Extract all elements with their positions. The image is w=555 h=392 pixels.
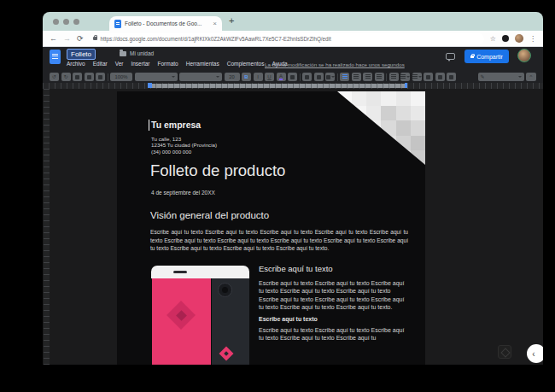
maximize-window-button[interactable] [73,19,79,25]
align-center-icon[interactable] [352,73,361,81]
mosaic-cell [396,150,411,165]
menu-formato[interactable]: Formato [157,61,178,67]
reload-icon[interactable]: ⟳ [77,35,84,43]
address-line: (34) 000 000 000 [151,149,217,155]
browser-menu-icon[interactable]: ⋮ [529,35,536,43]
mosaic-cell [366,150,381,165]
ruler-active-band [149,84,407,88]
collapse-toolbar-icon[interactable]: ^ [526,73,536,81]
feature-column: Escribe aquí tu texto Escribe aquí tu te… [259,264,409,342]
justify-icon[interactable] [375,73,384,81]
italic-button[interactable]: I [254,73,263,81]
clear-formatting-icon[interactable] [447,73,456,81]
mosaic-cell [411,91,425,106]
formatting-toolbar: ↺ ↻ 100% 20 B I U A ✎ ^ [43,71,543,83]
account-avatar[interactable] [517,49,531,62]
highlight-color-icon[interactable] [288,73,297,81]
bulleted-list-icon[interactable] [412,73,422,81]
move-to-folder[interactable]: Mi unidad [120,50,154,56]
mosaic-cell [396,120,411,135]
close-window-button[interactable] [53,19,59,25]
redo-icon[interactable]: ↻ [61,73,71,81]
forward-icon[interactable]: → [63,35,71,43]
spell-check-icon[interactable] [96,73,105,81]
mosaic-cell [337,150,352,165]
extension-icon[interactable] [502,35,509,42]
back-icon[interactable]: ← [50,35,57,43]
folder-label: Mi unidad [130,50,154,56]
tab-folleto[interactable]: Folleto - Documentos de Goo... × [109,16,222,31]
text-color-button[interactable]: A [277,73,286,81]
document-page[interactable]: Tu empresa Tu calle, 123 12345 Tu ciudad… [117,91,425,365]
font-size-select[interactable]: 20 [225,73,240,81]
mosaic-cell [366,136,381,150]
toolbar-separator [386,73,387,81]
share-button[interactable]: Compartir [464,50,509,63]
company-name-heading: Tu empresa [151,120,201,130]
docs-header: Folleto Mi unidad Archivo Editar Ver Ins… [43,47,543,71]
minimize-window-button[interactable] [63,19,69,25]
address-bar[interactable]: https://docs.google.com/document/d/1ajRK… [90,33,484,44]
font-select[interactable] [179,73,222,81]
last-edit-status-link[interactable]: La última modificación se ha realizado h… [265,61,405,67]
bold-button[interactable]: B [242,73,251,81]
menu-complementos[interactable]: Complementos [227,61,265,67]
tab-title: Folleto - Documentos de Goo... [125,20,209,26]
explore-button[interactable] [498,345,511,359]
mosaic-cell [381,136,395,150]
product-phones-image[interactable] [151,266,249,365]
page-url: https://docs.google.com/document/d/1ajRK… [101,36,331,42]
browser-profile-avatar[interactable] [515,34,523,43]
align-right-icon[interactable] [363,73,372,81]
left-indent-marker[interactable] [148,83,152,88]
comment-history-icon[interactable] [446,53,455,60]
back-phone-body [212,278,250,365]
feature-heading: Escribe aquí tu texto [259,264,409,273]
menu-herramientas[interactable]: Herramientas [186,61,219,67]
menu-bar: Archivo Editar Ver Insertar Formato Herr… [67,61,288,67]
mosaic-cell [352,120,366,135]
print-icon[interactable] [73,73,82,81]
new-tab-button[interactable]: + [229,15,234,26]
editing-mode-select[interactable]: ✎ [478,73,524,81]
paint-format-icon[interactable] [85,73,94,81]
horizontal-ruler[interactable] [43,83,543,89]
mosaic-cell [411,106,425,120]
line-spacing-icon[interactable] [389,73,399,81]
feature-paragraph-2: Escribe aquí tu texto Escribe aquí tu te… [259,326,409,342]
numbered-list-icon[interactable] [400,73,410,81]
brochure-date: 4 de septiembre del 20XX [151,190,215,196]
underline-button[interactable]: U [265,73,274,81]
mosaic-cell [381,106,395,120]
insert-link-icon[interactable] [302,73,312,81]
mosaic-cell [352,91,366,106]
mosaic-cell [352,106,366,120]
increase-indent-icon[interactable] [435,73,445,81]
decrease-indent-icon[interactable] [424,73,433,81]
styles-select[interactable] [135,73,178,81]
tab-strip: Folleto - Documentos de Goo... × + [43,12,543,31]
insert-comment-icon[interactable] [314,73,324,81]
secure-lock-icon [93,37,97,40]
menu-insertar[interactable]: Insertar [131,61,149,67]
vertical-ruler[interactable] [44,89,50,365]
align-left-icon[interactable] [340,73,349,81]
mosaic-cell [381,150,395,165]
docs-logo-icon[interactable] [50,50,61,64]
insert-image-icon[interactable] [325,73,335,81]
mosaic-cell [411,150,425,165]
menu-editar[interactable]: Editar [93,61,108,67]
browser-toolbar: ← → ⟳ https://docs.google.com/document/d… [43,31,543,47]
menu-archivo[interactable]: Archivo [67,61,85,67]
collapse-panel-button[interactable]: ‹ [527,344,543,363]
folder-icon [120,51,126,56]
zoom-select[interactable]: 100% [110,73,132,81]
tab-close-icon[interactable]: × [213,20,217,27]
undo-icon[interactable]: ↺ [50,73,59,81]
right-indent-marker[interactable] [405,83,407,88]
bookmark-star-icon[interactable]: ☆ [490,35,496,43]
toolbar-separator [300,73,301,81]
document-title-input[interactable]: Folleto [67,49,96,60]
menu-ver[interactable]: Ver [115,61,124,67]
browser-window: Folleto - Documentos de Goo... × + ← → ⟳… [43,12,543,365]
